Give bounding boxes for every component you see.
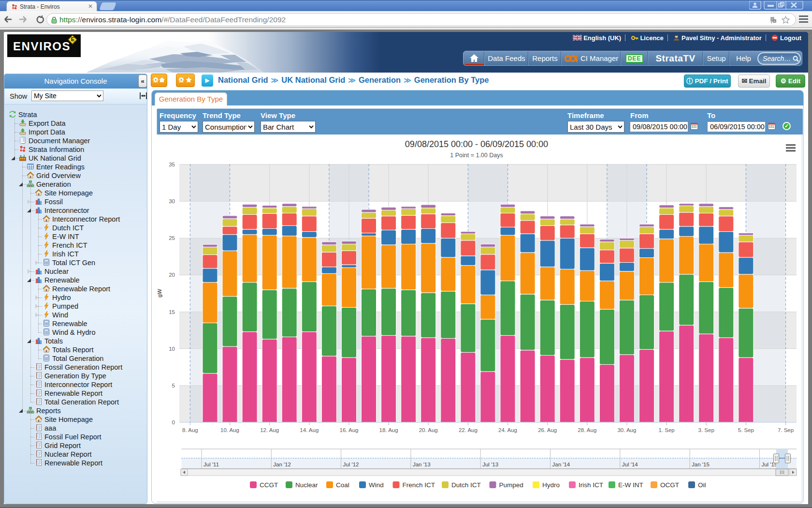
svg-text:Jul '14: Jul '14	[622, 462, 638, 467]
svg-text:30. Aug: 30. Aug	[617, 427, 636, 433]
svg-text:14. Aug: 14. Aug	[300, 427, 319, 433]
svg-text:Jan '13: Jan '13	[413, 462, 431, 467]
svg-text:Jul '11: Jul '11	[203, 462, 219, 467]
svg-text:22. Aug: 22. Aug	[459, 427, 478, 433]
svg-text:French ICT: French ICT	[403, 481, 435, 489]
svg-text:24. Aug: 24. Aug	[498, 427, 517, 433]
svg-text:09/08/2015 00:00 - 06/09/2015: 09/08/2015 00:00 - 06/09/2015 00:00	[405, 139, 548, 149]
svg-text:7. Sep: 7. Sep	[778, 427, 794, 433]
svg-text:5. Sep: 5. Sep	[738, 427, 754, 433]
svg-text:Wind: Wind	[369, 481, 384, 489]
svg-text:35: 35	[169, 162, 175, 167]
svg-text:20. Aug: 20. Aug	[419, 427, 438, 433]
svg-text:OCGT: OCGT	[660, 481, 679, 489]
svg-text:12. Aug: 12. Aug	[260, 427, 279, 433]
svg-text:30: 30	[169, 198, 175, 204]
svg-text:10. Aug: 10. Aug	[220, 427, 239, 433]
svg-text:CCGT: CCGT	[260, 481, 278, 489]
svg-text:A: A	[773, 20, 775, 23]
svg-text:Pumped: Pumped	[499, 481, 523, 489]
svg-text:10: 10	[169, 346, 175, 352]
svg-text:25: 25	[169, 235, 175, 241]
svg-text:5: 5	[172, 383, 175, 388]
svg-text:Jan '15: Jan '15	[692, 462, 710, 467]
svg-text:Jan '12: Jan '12	[273, 462, 291, 467]
svg-text:8. Aug: 8. Aug	[182, 427, 198, 433]
svg-text:28. Aug: 28. Aug	[578, 427, 596, 433]
svg-text:Jan '14: Jan '14	[552, 462, 570, 467]
svg-text:Jul '13: Jul '13	[482, 462, 498, 467]
svg-text:15: 15	[169, 309, 175, 315]
svg-text:E-W INT: E-W INT	[618, 481, 643, 489]
svg-text:Nuclear: Nuclear	[295, 481, 318, 489]
svg-text:18. Aug: 18. Aug	[379, 427, 398, 433]
svg-text:3. Sep: 3. Sep	[698, 427, 714, 433]
svg-text:20: 20	[169, 272, 175, 278]
svg-text:Hydro: Hydro	[542, 481, 560, 489]
svg-text:Jul '12: Jul '12	[343, 462, 359, 467]
svg-text:Dutch ICT: Dutch ICT	[451, 481, 481, 489]
svg-text:Irish ICT: Irish ICT	[579, 481, 603, 489]
svg-text:Coal: Coal	[336, 481, 349, 489]
svg-text:1 Point = 1.00 Days: 1 Point = 1.00 Days	[450, 152, 503, 159]
svg-text:1. Sep: 1. Sep	[658, 427, 674, 433]
svg-text:0: 0	[172, 419, 175, 425]
svg-text:Oil: Oil	[698, 481, 706, 489]
svg-text:16. Aug: 16. Aug	[339, 427, 358, 433]
svg-text:gW: gW	[157, 289, 162, 298]
svg-text:26. Aug: 26. Aug	[538, 427, 557, 433]
